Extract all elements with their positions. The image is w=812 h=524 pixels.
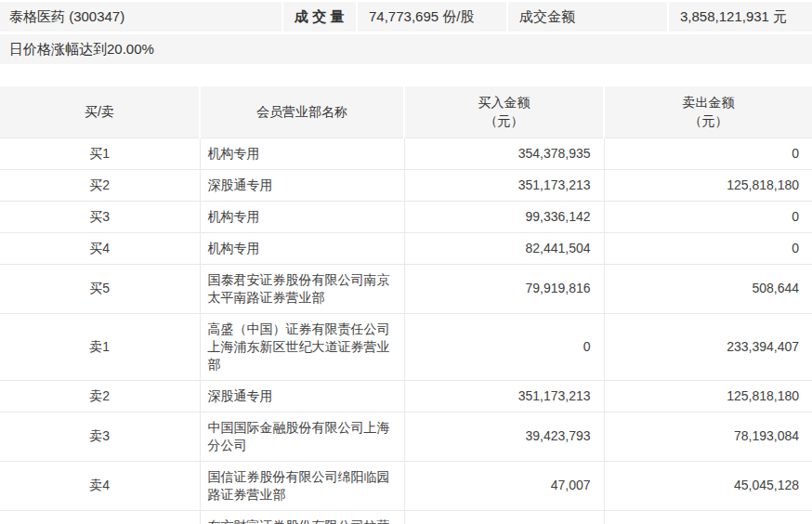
table-row: 卖1 高盛（中国）证券有限责任公司上海浦东新区世纪大道证券营业部 0 233,3… bbox=[0, 313, 812, 380]
stock-summary-bar: 泰格医药 (300347) 成 交 量 74,773,695 份/股 成交金额 … bbox=[0, 2, 812, 32]
table-header-row: 买/卖 会员营业部名称 买入金额 （元） 卖出金额 （元） bbox=[0, 86, 812, 138]
sell-amount-cell: 0 bbox=[604, 201, 812, 232]
buy-amount-cell: 99,336,142 bbox=[404, 201, 604, 232]
buy-amount-cell: 354,378,935 bbox=[404, 138, 604, 169]
broker-name-cell: 东方财富证券股份有限公司拉萨团结路第二证券营业部 bbox=[200, 510, 404, 524]
column-header-side-label: 买/卖 bbox=[85, 104, 114, 119]
sell-amount-cell: 125,818,180 bbox=[604, 169, 812, 201]
side-rank-cell: 买4 bbox=[0, 232, 200, 264]
sell-amount-cell: 0 bbox=[604, 138, 812, 169]
stock-title: 泰格医药 (300347) bbox=[0, 2, 282, 32]
broker-name-cell: 国泰君安证券股份有限公司南京太平南路证券营业部 bbox=[200, 264, 404, 313]
table-row: 卖5 东方财富证券股份有限公司拉萨团结路第二证券营业部 9,974,393 43… bbox=[0, 510, 812, 524]
side-rank-cell: 卖5 bbox=[0, 510, 200, 524]
sell-amount-cell: 45,045,128 bbox=[604, 461, 812, 510]
side-rank-cell: 买2 bbox=[0, 169, 200, 201]
column-header-buy-unit: （元） bbox=[485, 113, 524, 128]
table-row: 卖2 深股通专用 351,173,213 125,818,180 bbox=[0, 380, 812, 412]
buy-amount-cell: 47,007 bbox=[404, 461, 604, 510]
column-header-buy-amount: 买入金额 （元） bbox=[404, 86, 604, 138]
table-row: 买5 国泰君安证券股份有限公司南京太平南路证券营业部 79,919,816 50… bbox=[0, 264, 812, 313]
table-row: 卖3 中国国际金融股份有限公司上海分公司 39,423,793 78,193,0… bbox=[0, 412, 812, 461]
column-header-broker-label: 会员营业部名称 bbox=[256, 104, 347, 119]
broker-name-cell: 机构专用 bbox=[200, 232, 404, 264]
side-rank-cell: 买3 bbox=[0, 201, 200, 232]
page: 泰格医药 (300347) 成 交 量 74,773,695 份/股 成交金额 … bbox=[0, 2, 812, 524]
table-row: 买1 机构专用 354,378,935 0 bbox=[0, 138, 812, 169]
price-change-notice: 日价格涨幅达到20.00% bbox=[0, 34, 812, 64]
sell-amount-cell: 0 bbox=[604, 232, 812, 264]
broker-trading-table: 买/卖 会员营业部名称 买入金额 （元） 卖出金额 （元） 买1 机构专用 35… bbox=[0, 86, 812, 524]
sell-amount-cell: 233,394,407 bbox=[604, 313, 812, 380]
broker-name-cell: 深股通专用 bbox=[200, 169, 404, 201]
turnover-label: 成交金额 bbox=[508, 2, 667, 32]
side-rank-cell: 卖1 bbox=[0, 313, 200, 380]
table-row: 卖4 国信证券股份有限公司绵阳临园路证券营业部 47,007 45,045,12… bbox=[0, 461, 812, 510]
side-rank-cell: 买1 bbox=[0, 138, 200, 169]
side-rank-cell: 卖4 bbox=[0, 461, 200, 510]
column-header-broker: 会员营业部名称 bbox=[200, 86, 404, 138]
side-rank-cell: 卖3 bbox=[0, 412, 200, 461]
volume-value: 74,773,695 份/股 bbox=[358, 2, 506, 32]
column-header-sell-amount: 卖出金额 （元） bbox=[604, 86, 812, 138]
buy-amount-cell: 39,423,793 bbox=[404, 412, 604, 461]
broker-name-cell: 中国国际金融股份有限公司上海分公司 bbox=[200, 412, 404, 461]
turnover-value: 3,858,121,931 元 bbox=[669, 2, 812, 32]
column-header-buy-label: 买入金额 bbox=[478, 95, 530, 110]
broker-name-cell: 机构专用 bbox=[200, 201, 404, 232]
sell-amount-cell: 508,644 bbox=[604, 264, 812, 313]
table-row: 买2 深股通专用 351,173,213 125,818,180 bbox=[0, 169, 812, 201]
sell-amount-cell: 43,435,416 bbox=[604, 510, 812, 524]
table-row: 买4 机构专用 82,441,504 0 bbox=[0, 232, 812, 264]
broker-name-cell: 高盛（中国）证券有限责任公司上海浦东新区世纪大道证券营业部 bbox=[200, 313, 404, 380]
broker-name-cell: 机构专用 bbox=[200, 138, 404, 169]
side-rank-cell: 卖2 bbox=[0, 380, 200, 412]
buy-amount-cell: 351,173,213 bbox=[404, 169, 604, 201]
buy-amount-cell: 79,919,816 bbox=[404, 264, 604, 313]
table-body: 买1 机构专用 354,378,935 0 买2 深股通专用 351,173,2… bbox=[0, 138, 812, 524]
side-rank-cell: 买5 bbox=[0, 264, 200, 313]
column-header-sell-label: 卖出金额 bbox=[683, 95, 735, 110]
buy-amount-cell: 351,173,213 bbox=[404, 380, 604, 412]
column-header-side: 买/卖 bbox=[0, 86, 200, 138]
buy-amount-cell: 0 bbox=[404, 313, 604, 380]
table-row: 买3 机构专用 99,336,142 0 bbox=[0, 201, 812, 232]
broker-name-cell: 深股通专用 bbox=[200, 380, 404, 412]
buy-amount-cell: 9,974,393 bbox=[404, 510, 604, 524]
volume-label: 成 交 量 bbox=[283, 2, 356, 32]
buy-amount-cell: 82,441,504 bbox=[404, 232, 604, 264]
sell-amount-cell: 78,193,084 bbox=[604, 412, 812, 461]
sell-amount-cell: 125,818,180 bbox=[604, 380, 812, 412]
column-header-sell-unit: （元） bbox=[689, 113, 728, 128]
broker-name-cell: 国信证券股份有限公司绵阳临园路证券营业部 bbox=[200, 461, 404, 510]
